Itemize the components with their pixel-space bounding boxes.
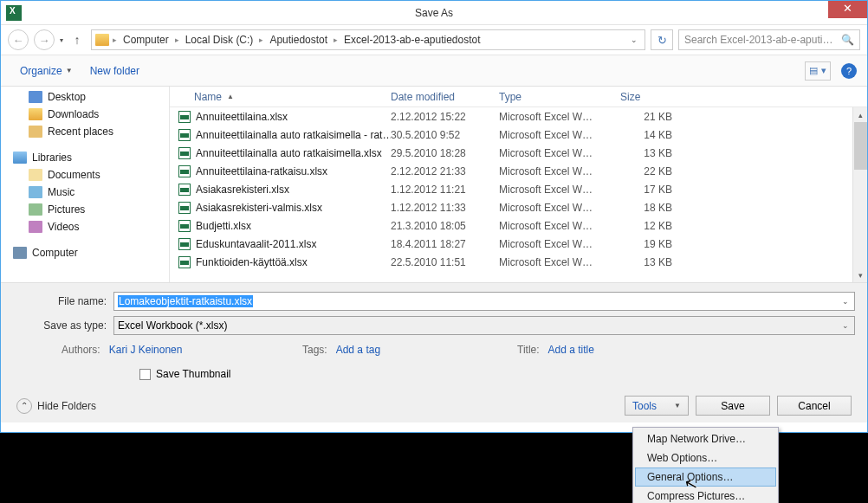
sidebar-music[interactable]: Music bbox=[1, 184, 169, 201]
sidebar-pictures[interactable]: Pictures bbox=[1, 201, 169, 218]
menu-compress-pictures[interactable]: Compress Pictures… bbox=[635, 487, 776, 503]
col-type[interactable]: Type bbox=[499, 91, 620, 103]
excel-file-icon bbox=[178, 220, 191, 232]
authors-value[interactable]: Kari J Keinonen bbox=[109, 344, 183, 356]
chevron-up-icon: ⌃ bbox=[16, 398, 32, 414]
col-date[interactable]: Date modified bbox=[391, 91, 499, 103]
back-button[interactable]: ← bbox=[8, 29, 29, 50]
toolbar: Organize ▼ New folder ▤ ▾ ? bbox=[1, 55, 867, 87]
close-button[interactable]: ✕ bbox=[828, 1, 867, 18]
file-date: 21.3.2010 18:05 bbox=[391, 220, 499, 232]
file-date: 2.12.2012 15:22 bbox=[391, 111, 499, 123]
savetype-dropdown[interactable]: ⌄ bbox=[842, 321, 849, 330]
sidebar-desktop[interactable]: Desktop bbox=[1, 88, 169, 106]
folder-icon bbox=[95, 34, 109, 46]
history-dropdown[interactable]: ▾ bbox=[60, 36, 63, 44]
file-row[interactable]: Budjetti.xlsx21.3.2010 18:05Microsoft Ex… bbox=[170, 216, 867, 235]
menu-map-drive[interactable]: Map Network Drive… bbox=[635, 429, 776, 448]
file-size: 13 KB bbox=[620, 256, 690, 268]
address-bar[interactable]: ▸ Computer ▸ Local Disk (C:) ▸ Aputiedos… bbox=[91, 29, 645, 50]
tags-label: Tags: bbox=[302, 344, 327, 356]
menu-general-options[interactable]: General Options… bbox=[635, 468, 776, 487]
sidebar-videos[interactable]: Videos bbox=[1, 218, 169, 235]
up-button[interactable]: ↑ bbox=[68, 31, 86, 48]
save-button[interactable]: Save bbox=[696, 396, 770, 416]
file-name: Asiakasrekisteri-valmis.xlsx bbox=[196, 202, 322, 214]
file-name: Annuiteettilaina-ratkaisu.xlsx bbox=[196, 165, 327, 177]
savetype-select[interactable]: Excel Workbook (*.xlsx) ⌄ bbox=[113, 316, 855, 335]
music-icon bbox=[29, 186, 42, 198]
file-size: 17 KB bbox=[620, 184, 690, 196]
file-row[interactable]: Eduskuntavaalit-2011.xlsx18.4.2011 18:27… bbox=[170, 235, 867, 253]
file-row[interactable]: Funktioiden-käyttöä.xlsx22.5.2010 11:51M… bbox=[170, 253, 867, 271]
crumb-folder2[interactable]: Excel-2013-ab-e-aputiedostot bbox=[341, 34, 483, 46]
window-title: Save As bbox=[415, 7, 453, 19]
desktop-icon bbox=[29, 91, 42, 103]
cancel-button[interactable]: Cancel bbox=[777, 396, 852, 416]
tags-value[interactable]: Add a tag bbox=[336, 344, 380, 356]
help-button[interactable]: ? bbox=[841, 63, 857, 79]
filename-dropdown[interactable]: ⌄ bbox=[842, 297, 849, 306]
scroll-thumb[interactable] bbox=[854, 122, 867, 170]
scrollbar[interactable]: ▴ ▾ bbox=[852, 107, 867, 282]
file-row[interactable]: Annuiteettilainalla auto ratkaisimella.x… bbox=[170, 144, 867, 162]
savetype-label: Save as type: bbox=[13, 319, 113, 332]
file-type: Microsoft Excel W… bbox=[499, 129, 620, 141]
bottom-panel: File name: Lomakeobjektit-ratkaistu.xlsx… bbox=[1, 282, 867, 422]
savetype-value: Excel Workbook (*.xlsx) bbox=[118, 319, 227, 332]
file-name: Eduskuntavaalit-2011.xlsx bbox=[196, 238, 316, 250]
excel-file-icon bbox=[178, 111, 191, 123]
sidebar-recent[interactable]: Recent places bbox=[1, 123, 169, 140]
file-size: 13 KB bbox=[620, 147, 690, 159]
recent-icon bbox=[29, 126, 42, 138]
save-thumbnail-label: Save Thumbnail bbox=[156, 368, 231, 380]
crumb-computer[interactable]: Computer bbox=[120, 34, 172, 46]
filename-input[interactable]: Lomakeobjektit-ratkaistu.xlsx ⌄ bbox=[113, 292, 855, 311]
refresh-button[interactable]: ↻ bbox=[651, 29, 673, 50]
excel-file-icon bbox=[178, 202, 191, 214]
sidebar-libraries[interactable]: Libraries bbox=[1, 149, 169, 166]
new-folder-button[interactable]: New folder bbox=[81, 61, 148, 81]
file-type: Microsoft Excel W… bbox=[499, 238, 620, 250]
organize-button[interactable]: Organize ▼ bbox=[11, 61, 81, 81]
file-row[interactable]: Annuiteettilainalla auto ratkaisimella -… bbox=[170, 126, 867, 144]
file-row[interactable]: Annuiteettilaina-ratkaisu.xlsx2.12.2012 … bbox=[170, 162, 867, 180]
file-type: Microsoft Excel W… bbox=[499, 202, 620, 214]
file-row[interactable]: Asiakasrekisteri.xlsx1.12.2012 11:21Micr… bbox=[170, 180, 867, 198]
main-area: Desktop Downloads Recent places Librarie… bbox=[1, 87, 867, 282]
scroll-up[interactable]: ▴ bbox=[853, 107, 868, 122]
file-name: Budjetti.xlsx bbox=[196, 220, 251, 232]
menu-web-options[interactable]: Web Options… bbox=[635, 448, 776, 468]
crumb-disk[interactable]: Local Disk (C:) bbox=[183, 34, 256, 46]
sidebar-downloads[interactable]: Downloads bbox=[1, 106, 169, 123]
excel-file-icon bbox=[178, 256, 191, 268]
crumb-folder1[interactable]: Aputiedostot bbox=[267, 34, 330, 46]
documents-icon bbox=[29, 169, 42, 181]
sidebar-computer[interactable]: Computer bbox=[1, 244, 169, 261]
save-thumbnail-checkbox[interactable] bbox=[139, 369, 151, 380]
search-box[interactable]: Search Excel-2013-ab-e-aputi… 🔍 bbox=[678, 29, 860, 50]
tools-button[interactable]: Tools ▼ bbox=[625, 396, 689, 416]
address-dropdown[interactable]: ⌄ bbox=[627, 35, 641, 44]
file-name: Annuiteettilaina.xlsx bbox=[196, 111, 288, 123]
file-row[interactable]: Annuiteettilaina.xlsx2.12.2012 15:22Micr… bbox=[170, 107, 867, 126]
titlebar: Save As ✕ bbox=[1, 1, 867, 25]
file-type: Microsoft Excel W… bbox=[499, 165, 620, 177]
sort-indicator: ▲ bbox=[227, 93, 234, 100]
file-date: 30.5.2010 9:52 bbox=[391, 129, 499, 141]
sidebar-documents[interactable]: Documents bbox=[1, 166, 169, 184]
hide-folders-button[interactable]: ⌃ Hide Folders bbox=[16, 398, 96, 414]
file-name: Annuiteettilainalla auto ratkaisimella -… bbox=[196, 129, 391, 141]
save-as-dialog: Save As ✕ ← → ▾ ↑ ▸ Computer ▸ Local Dis… bbox=[0, 0, 868, 433]
file-size: 19 KB bbox=[620, 238, 690, 250]
col-size[interactable]: Size bbox=[620, 91, 690, 103]
col-name[interactable]: Name▲ bbox=[170, 91, 391, 103]
filename-value: Lomakeobjektit-ratkaistu.xlsx bbox=[118, 295, 253, 307]
scroll-down[interactable]: ▾ bbox=[853, 268, 868, 282]
title-value[interactable]: Add a title bbox=[548, 344, 594, 356]
file-row[interactable]: Asiakasrekisteri-valmis.xlsx1.12.2012 11… bbox=[170, 198, 867, 216]
view-button[interactable]: ▤ ▾ bbox=[805, 61, 831, 81]
excel-file-icon bbox=[178, 129, 191, 141]
file-size: 12 KB bbox=[620, 220, 690, 232]
forward-button[interactable]: → bbox=[34, 29, 55, 50]
